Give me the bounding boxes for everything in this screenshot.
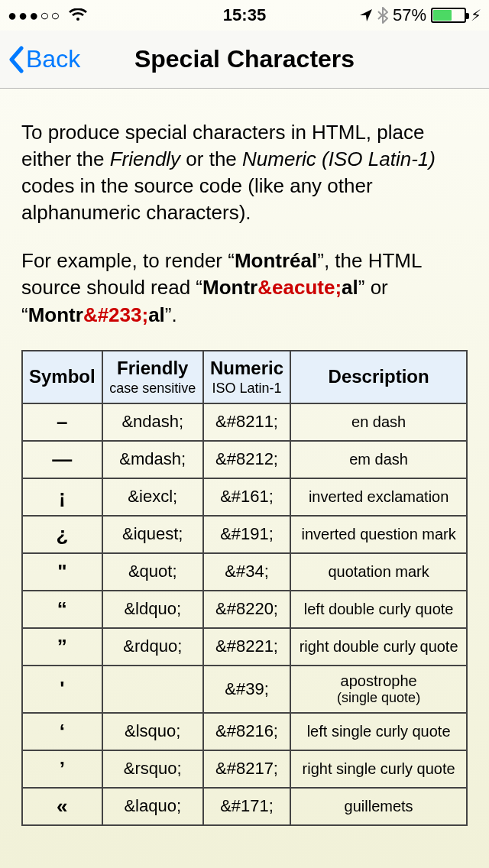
chevron-left-icon bbox=[8, 46, 24, 73]
cell-description: en dash bbox=[290, 403, 467, 441]
cell-friendly: &rdquo; bbox=[102, 628, 203, 666]
cell-numeric: &#8212; bbox=[203, 441, 290, 478]
intro-paragraph-2: For example, to render “Montréal”, the H… bbox=[21, 248, 468, 328]
cell-symbol: ‘ bbox=[22, 713, 102, 750]
cell-symbol: — bbox=[22, 441, 102, 478]
back-button[interactable]: Back bbox=[8, 45, 80, 73]
cell-numeric: &#171; bbox=[203, 788, 290, 825]
table-row: «&laquo;&#171;guillemets bbox=[22, 788, 467, 825]
cell-symbol: « bbox=[22, 788, 102, 825]
cell-symbol: ’ bbox=[22, 750, 102, 788]
col-numeric: Numeric ISO Latin-1 bbox=[203, 351, 290, 403]
cell-description: guillemets bbox=[290, 788, 467, 825]
cell-symbol: ' bbox=[22, 666, 102, 713]
cell-description: apostrophe(single quote) bbox=[290, 666, 467, 713]
battery-icon bbox=[431, 8, 466, 23]
cell-friendly: &iexcl; bbox=[102, 478, 203, 516]
col-description: Description bbox=[290, 351, 467, 403]
page-title: Special Characters bbox=[134, 45, 355, 73]
back-label: Back bbox=[26, 45, 80, 73]
characters-table: Symbol Friendly case sensitive Numeric I… bbox=[21, 350, 468, 826]
table-row: "&quot;&#34;quotation mark bbox=[22, 553, 467, 591]
cell-symbol: “ bbox=[22, 591, 102, 628]
cell-numeric: &#34; bbox=[203, 553, 290, 591]
wifi-icon bbox=[69, 8, 87, 22]
cell-friendly: &quot; bbox=[102, 553, 203, 591]
cell-description: quotation mark bbox=[290, 553, 467, 591]
table-row: '&#39;apostrophe(single quote) bbox=[22, 666, 467, 713]
table-header-row: Symbol Friendly case sensitive Numeric I… bbox=[22, 351, 467, 403]
cell-description: inverted exclamation bbox=[290, 478, 467, 516]
table-row: ’&rsquo;&#8217;right single curly quote bbox=[22, 750, 467, 788]
cell-description: em dash bbox=[290, 441, 467, 478]
cell-description: left double curly quote bbox=[290, 591, 467, 628]
nav-bar: Back Special Characters bbox=[0, 31, 489, 89]
cell-numeric: &#8221; bbox=[203, 628, 290, 666]
charging-icon: ⚡︎ bbox=[471, 6, 481, 24]
cell-numeric: &#8216; bbox=[203, 713, 290, 750]
cell-symbol: – bbox=[22, 403, 102, 441]
col-symbol: Symbol bbox=[22, 351, 102, 403]
bluetooth-icon bbox=[377, 7, 388, 24]
table-row: ”&rdquo;&#8221;right double curly quote bbox=[22, 628, 467, 666]
cell-numeric: &#161; bbox=[203, 478, 290, 516]
cell-symbol: " bbox=[22, 553, 102, 591]
cell-symbol: ¡ bbox=[22, 478, 102, 516]
signal-dots: ●●●○○ bbox=[8, 7, 61, 24]
intro-paragraph-1: To produce special characters in HTML, p… bbox=[21, 119, 468, 226]
table-row: ¿&iquest;&#191;inverted question mark bbox=[22, 516, 467, 553]
content-area[interactable]: To produce special characters in HTML, p… bbox=[0, 89, 489, 868]
cell-numeric: &#39; bbox=[203, 666, 290, 713]
cell-friendly: &ldquo; bbox=[102, 591, 203, 628]
cell-friendly: &lsquo; bbox=[102, 713, 203, 750]
cell-numeric: &#8211; bbox=[203, 403, 290, 441]
location-icon bbox=[359, 8, 373, 22]
cell-description: inverted question mark bbox=[290, 516, 467, 553]
status-time: 15:35 bbox=[166, 5, 324, 25]
cell-friendly bbox=[102, 666, 203, 713]
cell-symbol: ” bbox=[22, 628, 102, 666]
table-row: ‘&lsquo;&#8216;left single curly quote bbox=[22, 713, 467, 750]
cell-friendly: &ndash; bbox=[102, 403, 203, 441]
cell-description: right double curly quote bbox=[290, 628, 467, 666]
col-friendly: Friendly case sensitive bbox=[102, 351, 203, 403]
cell-symbol: ¿ bbox=[22, 516, 102, 553]
cell-description: right single curly quote bbox=[290, 750, 467, 788]
cell-friendly: &laquo; bbox=[102, 788, 203, 825]
table-row: ¡&iexcl;&#161;inverted exclamation bbox=[22, 478, 467, 516]
cell-numeric: &#8220; bbox=[203, 591, 290, 628]
cell-friendly: &mdash; bbox=[102, 441, 203, 478]
cell-numeric: &#191; bbox=[203, 516, 290, 553]
table-row: —&mdash;&#8212;em dash bbox=[22, 441, 467, 478]
table-row: –&ndash;&#8211;en dash bbox=[22, 403, 467, 441]
status-bar: ●●●○○ 15:35 57% ⚡︎ bbox=[0, 0, 489, 31]
battery-percent: 57% bbox=[393, 5, 426, 25]
cell-description: left single curly quote bbox=[290, 713, 467, 750]
table-row: “&ldquo;&#8220;left double curly quote bbox=[22, 591, 467, 628]
cell-numeric: &#8217; bbox=[203, 750, 290, 788]
cell-friendly: &rsquo; bbox=[102, 750, 203, 788]
cell-friendly: &iquest; bbox=[102, 516, 203, 553]
